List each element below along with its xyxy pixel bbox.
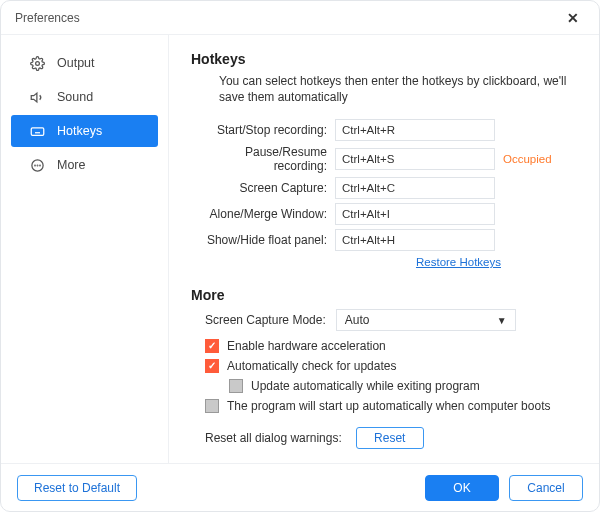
checkbox-auto-updates-label: Automatically check for updates [227, 359, 396, 373]
hotkey-row: Show/Hide float panel: [191, 229, 573, 251]
window-title: Preferences [15, 11, 80, 25]
hotkeys-heading: Hotkeys [191, 51, 573, 67]
checkbox-update-on-exit[interactable] [229, 379, 243, 393]
titlebar: Preferences ✕ [1, 1, 599, 35]
gear-icon [29, 55, 45, 71]
content-scroll[interactable]: Hotkeys You can select hotkeys then ente… [191, 49, 579, 455]
checkbox-startup-label: The program will start up automatically … [227, 399, 550, 413]
svg-point-5 [37, 165, 38, 166]
close-icon[interactable]: ✕ [561, 6, 585, 30]
reset-warnings-button[interactable]: Reset [356, 427, 424, 449]
sidebar-item-label: Output [57, 56, 95, 70]
window-body: Output Sound Hotkeys More [1, 35, 599, 463]
hotkey-row: Start/Stop recording: [191, 119, 573, 141]
sidebar-item-output[interactable]: Output [11, 47, 158, 79]
keyboard-icon [29, 123, 45, 139]
hotkey-row: Alone/Merge Window: [191, 203, 573, 225]
cancel-button[interactable]: Cancel [509, 475, 583, 501]
svg-rect-2 [31, 127, 44, 135]
chevron-down-icon: ▼ [497, 315, 507, 326]
capture-mode-value: Auto [345, 313, 370, 327]
preferences-window: Preferences ✕ Output Sound Hotkeys [0, 0, 600, 512]
more-heading: More [191, 287, 573, 303]
sidebar-item-label: Hotkeys [57, 124, 102, 138]
reset-default-button[interactable]: Reset to Default [17, 475, 137, 501]
checkbox-startup[interactable] [205, 399, 219, 413]
restore-hotkeys-link[interactable]: Restore Hotkeys [416, 256, 501, 268]
checkbox-hw-accel[interactable] [205, 339, 219, 353]
hotkey-label: Pause/Resume recording: [191, 145, 335, 173]
hotkey-status: Occupied [503, 153, 552, 165]
footer: Reset to Default OK Cancel [1, 463, 599, 511]
sidebar-item-label: More [57, 158, 85, 172]
hotkey-label: Show/Hide float panel: [191, 233, 335, 247]
hotkey-row: Pause/Resume recording: Occupied [191, 145, 573, 173]
capture-mode-select[interactable]: Auto ▼ [336, 309, 516, 331]
speaker-icon [29, 89, 45, 105]
hotkey-input-alone-merge[interactable] [335, 203, 495, 225]
hotkeys-description: You can select hotkeys then enter the ho… [219, 73, 573, 105]
checkbox-auto-updates[interactable] [205, 359, 219, 373]
hotkey-input-screen-capture[interactable] [335, 177, 495, 199]
ok-button[interactable]: OK [425, 475, 499, 501]
checkbox-update-on-exit-label: Update automatically while exiting progr… [251, 379, 480, 393]
sidebar-item-label: Sound [57, 90, 93, 104]
hotkey-input-float-panel[interactable] [335, 229, 495, 251]
capture-mode-label: Screen Capture Mode: [205, 313, 326, 327]
svg-point-4 [34, 165, 35, 166]
more-icon [29, 157, 45, 173]
svg-marker-1 [31, 93, 37, 102]
svg-point-0 [35, 61, 39, 65]
hotkey-label: Start/Stop recording: [191, 123, 335, 137]
checkbox-hw-accel-label: Enable hardware acceleration [227, 339, 386, 353]
sidebar-item-sound[interactable]: Sound [11, 81, 158, 113]
sidebar: Output Sound Hotkeys More [1, 35, 169, 463]
hotkey-input-pause-resume[interactable] [335, 148, 495, 170]
hotkey-label: Alone/Merge Window: [191, 207, 335, 221]
hotkey-input-start-stop[interactable] [335, 119, 495, 141]
hotkey-label: Screen Capture: [191, 181, 335, 195]
content-pane: Hotkeys You can select hotkeys then ente… [169, 35, 599, 463]
sidebar-item-hotkeys[interactable]: Hotkeys [11, 115, 158, 147]
reset-warnings-label: Reset all dialog warnings: [205, 431, 342, 445]
sidebar-item-more[interactable]: More [11, 149, 158, 181]
hotkey-row: Screen Capture: [191, 177, 573, 199]
svg-point-6 [39, 165, 40, 166]
